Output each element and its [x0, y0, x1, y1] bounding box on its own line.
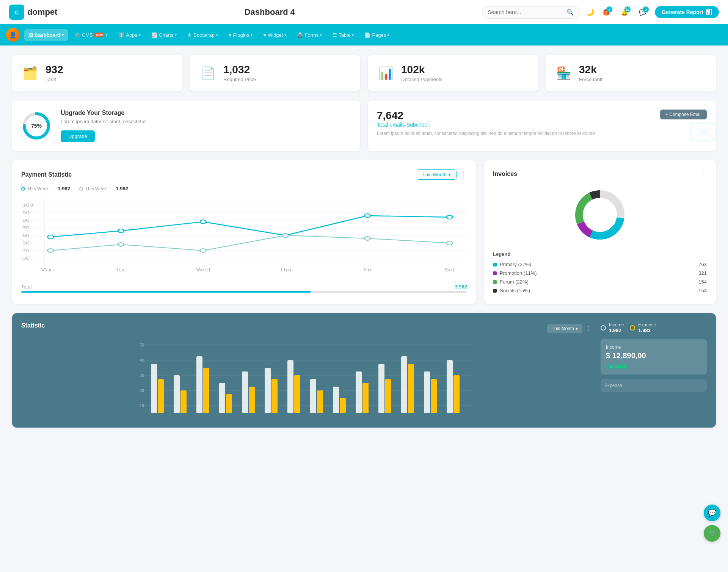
legend-value-week2: 1.982 — [116, 186, 128, 191]
income-expense-row: Income 1.982 Expense 1.982 — [601, 322, 707, 333]
nav-item-widget[interactable]: ♥ Widget ▾ — [259, 29, 291, 41]
forum-color-swatch — [493, 280, 497, 284]
force-tariff-icon: 🏪 — [555, 64, 573, 82]
bell-notification-button[interactable]: 🔔 12 — [618, 6, 631, 18]
bar-chart-svg: 50 40 30 20 10 — [21, 341, 592, 417]
promotion-label: Promotion (11%) — [500, 270, 537, 276]
socials-value: 154 — [698, 288, 707, 293]
svg-rect-73 — [378, 364, 384, 413]
table-arrow-icon: ▾ — [352, 33, 354, 37]
nav-item-charts[interactable]: 📈 Charts ▾ — [147, 29, 181, 41]
charts-nav-icon: 📈 — [151, 32, 157, 38]
income-box-value: $ 12,890,00 — [606, 351, 701, 360]
stat-cards-grid: 🗂️ 932 Tariff 📄 1,032 Required Price 📊 1… — [12, 55, 716, 91]
socials-label: Socials (15%) — [500, 288, 530, 293]
nav-item-cms[interactable]: ⚙️ CMS New ▾ — [70, 29, 112, 41]
svg-text:100: 100 — [22, 203, 33, 207]
statistic-header: Statistic This Month ▾ ⋮ — [21, 322, 592, 335]
payment-chart-title: Payment Statistic — [21, 171, 72, 178]
nav-item-forms[interactable]: 🖨️ Forms ▾ — [292, 29, 326, 41]
invoices-menu-icon[interactable]: ⋮ — [699, 169, 707, 179]
expense-legend-item: Expense 1.982 — [630, 322, 656, 333]
stat-card-tariff-info: 932 Tariff — [46, 64, 63, 82]
expense-legend-label: Expense — [638, 322, 656, 328]
svg-point-24 — [447, 215, 452, 219]
nav-item-dashboard[interactable]: ⊞ Dashboard ▾ — [24, 29, 68, 41]
legend-dot-week1 — [21, 187, 25, 191]
storage-description: Lorem ipsum dolor sit amet, onsectetur. — [61, 119, 147, 124]
storage-title: Upgrade Your Storage — [61, 110, 147, 116]
svg-point-29 — [364, 237, 370, 240]
upgrade-button[interactable]: Upgrade — [61, 130, 95, 142]
tariff-label: Tariff — [46, 77, 63, 82]
nav-item-pages[interactable]: 📄 Pages ▾ — [360, 29, 394, 41]
svg-point-19 — [48, 235, 53, 239]
svg-text:70: 70 — [22, 226, 30, 230]
cms-arrow-icon: ▾ — [106, 33, 108, 37]
income-dot — [601, 325, 606, 331]
statistic-filter-button[interactable]: This Month ▾ — [547, 324, 582, 333]
svg-text:80: 80 — [22, 218, 30, 223]
stat-card-tariff: 🗂️ 932 Tariff — [12, 55, 182, 91]
legend-label-week2: This Week — [85, 186, 107, 191]
svg-rect-78 — [431, 379, 437, 413]
nav-item-apps[interactable]: ℹ️ Apps ▾ — [114, 29, 145, 41]
search-box[interactable]: 🔍 — [482, 6, 580, 19]
svg-rect-71 — [356, 371, 362, 413]
legend-socials: Socials (15%) 154 — [493, 286, 707, 295]
tariff-icon: 🗂️ — [21, 64, 39, 82]
page-title: Dashboard 4 — [245, 7, 295, 17]
email-description: Lorem ipsum dolor sit amet, consectetur … — [377, 131, 707, 136]
legend-primary: Primary (27%) 763 — [493, 260, 707, 269]
statistic-filter-arrow-icon: ▾ — [576, 326, 578, 331]
header-right: 🔍 🌙 🎁 2 🔔 12 💬 5 Generate Report 📊 — [482, 6, 719, 19]
statistic-menu-icon[interactable]: ⋮ — [585, 325, 592, 332]
legend-item-week1: This Week — [21, 186, 49, 191]
svg-rect-70 — [340, 398, 346, 413]
statistic-section: Statistic This Month ▾ ⋮ 50 — [12, 313, 716, 428]
svg-point-28 — [282, 234, 288, 237]
svg-rect-72 — [362, 383, 369, 413]
force-tariff-value: 32k — [579, 64, 602, 76]
invoices-legend-list: Primary (27%) 763 Promotion (11%) 321 Fo… — [493, 260, 707, 295]
total-progress-fill — [21, 291, 311, 293]
income-badge-value: +15% — [615, 364, 625, 368]
income-legend-item: Income 1.982 — [601, 322, 624, 333]
legend-label-week1: This Week — [27, 186, 49, 191]
primary-value: 763 — [698, 262, 707, 267]
dropdown-arrow-icon: ▾ — [448, 172, 451, 177]
statistic-chart-area: Statistic This Month ▾ ⋮ 50 — [21, 322, 592, 418]
moon-icon[interactable]: 🌙 — [586, 8, 594, 16]
socials-color-swatch — [493, 289, 497, 293]
svg-rect-59 — [219, 383, 225, 413]
search-input[interactable] — [488, 9, 563, 15]
nav-item-bootstrap[interactable]: ★ Bootstrap ▾ — [183, 29, 223, 41]
middle-section: 75% Upgrade Your Storage Lorem ipsum dol… — [12, 100, 716, 151]
svg-rect-57 — [196, 356, 202, 413]
generate-report-button[interactable]: Generate Report 📊 — [655, 6, 719, 18]
payment-filter-button[interactable]: This Month ▾ — [417, 169, 457, 180]
promotion-color-swatch — [493, 271, 497, 275]
legend-forum: Forum (22%) 154 — [493, 277, 707, 286]
expense-box-label: Expense — [604, 383, 622, 388]
storage-info: Upgrade Your Storage Lorem ipsum dolor s… — [61, 110, 147, 142]
stat-card-required-price: 📄 1,032 Required Price — [190, 55, 360, 91]
logo-icon: c — [9, 5, 24, 20]
svg-point-30 — [447, 241, 452, 245]
svg-point-42 — [585, 200, 615, 230]
svg-text:40: 40 — [140, 358, 144, 362]
force-tariff-label: Force tariff — [579, 77, 602, 82]
primary-color-swatch — [493, 263, 497, 266]
nav-item-plugins[interactable]: ♥ Plugins ▾ — [224, 29, 257, 41]
payment-legend-row: This Week 1.982 This Week 1.982 — [21, 186, 467, 191]
chat-notification-button[interactable]: 💬 5 — [637, 6, 649, 18]
svg-text:60: 60 — [22, 233, 30, 238]
email-subtitle: Total emails Subcriber. — [377, 122, 707, 128]
email-card: 7,642 Total emails Subcriber. Lorem ipsu… — [368, 100, 716, 151]
required-price-icon: 📄 — [199, 64, 217, 82]
payment-chart-menu-icon[interactable]: ⋮ — [460, 170, 467, 179]
gift-notification-button[interactable]: 🎁 2 — [600, 6, 612, 18]
nav-item-table[interactable]: ☰ Table ▾ — [328, 29, 358, 41]
widget-icon: ♥ — [263, 32, 266, 38]
stat-card-required-price-info: 1,032 Required Price — [223, 64, 256, 82]
